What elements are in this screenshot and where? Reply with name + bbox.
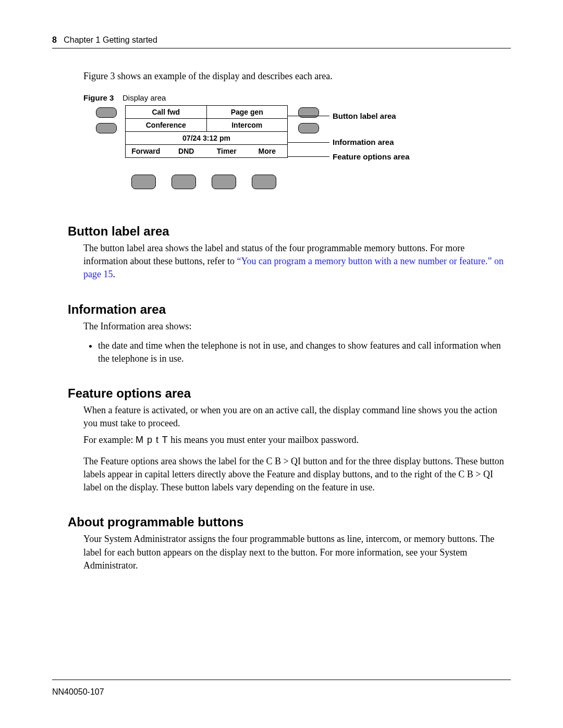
- leader-line-3: [288, 156, 329, 157]
- label-intercom: Intercom: [206, 119, 288, 131]
- figure-diagram: Call fwd Page gen Conference Intercom 07…: [83, 104, 485, 203]
- label-conference: Conference: [126, 119, 206, 131]
- label-dnd: DND: [166, 145, 207, 157]
- label-datetime: 07/24 3:12 pm: [126, 132, 287, 145]
- fo-p1b-prefix: For example:: [83, 435, 136, 445]
- figure-caption: Figure 3 Display area: [83, 93, 511, 102]
- page-number: 8: [52, 35, 57, 44]
- body-about-programmable-buttons: Your System Administrator assigns the fo…: [83, 533, 511, 572]
- fo-p1b-code: M p t T: [136, 435, 168, 445]
- phone-display: Call fwd Page gen Conference Intercom 07…: [125, 105, 288, 158]
- left-button-2-icon: [96, 123, 117, 133]
- softkey-2-icon: [172, 175, 196, 189]
- heading-feature-options-area: Feature options area: [68, 386, 511, 401]
- figure-number: Figure 3: [83, 93, 114, 102]
- heading-information-area: Information area: [68, 302, 511, 317]
- heading-button-label-area: Button label area: [68, 224, 511, 239]
- fo-p1a: When a feature is activated, or when you…: [83, 404, 511, 430]
- page-footer: NN40050-107: [52, 680, 511, 697]
- label-timer: Timer: [206, 145, 247, 157]
- chapter-title: Chapter 1 Getting started: [64, 35, 157, 44]
- fo-p1b-suffix: his means you must enter your mailbox pa…: [170, 435, 359, 445]
- leader-line-1: [288, 116, 329, 116]
- softkey-3-icon: [212, 175, 236, 189]
- label-forward: Forward: [126, 145, 166, 157]
- about-buttons-para: Your System Administrator assigns the fo…: [83, 533, 511, 572]
- right-button-1-icon: [298, 107, 319, 118]
- label-more: More: [247, 145, 288, 157]
- figure-title: Display area: [123, 93, 166, 102]
- annot-button-label: Button label area: [333, 112, 396, 120]
- right-button-2-icon: [298, 123, 319, 133]
- body-button-label-area: The button label area shows the label an…: [83, 242, 511, 281]
- left-button-1-icon: [96, 107, 117, 118]
- bla-after: .: [113, 269, 115, 279]
- body-feature-options-area: When a feature is activated, or when you…: [83, 404, 511, 494]
- page-header: 8 Chapter 1 Getting started: [52, 35, 511, 48]
- info-area-bullet: the date and time when the telephone is …: [98, 339, 511, 365]
- info-area-intro: The Information area shows:: [83, 320, 511, 333]
- label-call-fwd: Call fwd: [126, 106, 206, 118]
- softkey-row: [131, 175, 276, 189]
- intro-paragraph: Figure 3 shows an example of the display…: [83, 69, 511, 83]
- doc-number: NN40050-107: [52, 687, 104, 696]
- annot-info-area: Information area: [333, 138, 394, 146]
- label-page-gen: Page gen: [206, 106, 288, 118]
- body-information-area: The Information area shows: the date and…: [83, 320, 511, 366]
- fo-p2: The Feature options area shows the label…: [83, 455, 511, 495]
- document-page: 8 Chapter 1 Getting started Figure 3 sho…: [0, 0, 563, 728]
- annot-feature-options: Feature options area: [333, 152, 410, 161]
- softkey-1-icon: [131, 175, 156, 189]
- heading-about-programmable-buttons: About programmable buttons: [68, 515, 511, 529]
- softkey-4-icon: [252, 175, 276, 189]
- leader-line-2: [288, 142, 329, 143]
